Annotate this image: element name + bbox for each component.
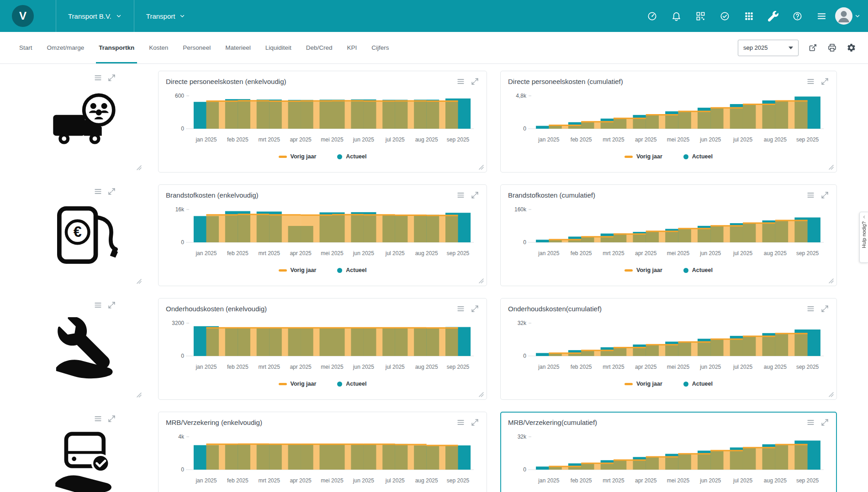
svg-text:mrt 2025: mrt 2025 bbox=[259, 364, 281, 370]
chart-legend: Vorig jaarActueel bbox=[166, 152, 479, 162]
wrench-icon[interactable] bbox=[768, 11, 778, 21]
tab-liquiditeit[interactable]: Liquiditeit bbox=[258, 32, 299, 63]
tab-list: StartOmzet/margeTransportknKostenPersone… bbox=[12, 32, 397, 63]
qr-scan-icon[interactable] bbox=[695, 11, 706, 21]
chart-menu-icon[interactable] bbox=[806, 418, 815, 427]
resize-grip[interactable] bbox=[478, 164, 484, 170]
chart-area: 32000jan 2025feb 2025mrt 2025apr 2025mei… bbox=[166, 316, 479, 375]
legend-item-vorig-jaar[interactable]: Vorig jaar bbox=[279, 153, 317, 160]
svg-text:jul 2025: jul 2025 bbox=[385, 477, 405, 484]
chart-menu-icon[interactable] bbox=[456, 77, 465, 86]
widget-expand-icon[interactable] bbox=[107, 73, 116, 82]
chart-expand-icon[interactable] bbox=[471, 304, 479, 313]
resize-grip[interactable] bbox=[136, 392, 142, 398]
chart-menu-icon[interactable] bbox=[456, 191, 465, 199]
gear-icon[interactable] bbox=[847, 43, 856, 52]
legend-item-vorig-jaar[interactable]: Vorig jaar bbox=[625, 381, 662, 387]
tab-start[interactable]: Start bbox=[12, 32, 40, 63]
chart-card-header: MRB/Verzekering(cumulatief) bbox=[508, 417, 829, 428]
help-tab[interactable]: Hulp nodig? bbox=[859, 212, 868, 263]
legend-item-actueel[interactable]: Actueel bbox=[683, 381, 713, 387]
widget-expand-icon[interactable] bbox=[107, 187, 116, 196]
help-circle-icon[interactable] bbox=[792, 11, 803, 21]
app-logo[interactable]: V bbox=[12, 5, 34, 27]
chart-expand-icon[interactable] bbox=[820, 304, 829, 313]
chart-menu-icon[interactable] bbox=[456, 418, 465, 427]
period-select[interactable]: sep 2025 bbox=[738, 40, 799, 56]
chart-area: 16k0jan 2025feb 2025mrt 2025apr 2025mei … bbox=[166, 202, 479, 262]
chart-menu-icon[interactable] bbox=[806, 304, 815, 313]
avatar bbox=[835, 7, 852, 25]
widget-menu-icon[interactable] bbox=[94, 414, 102, 423]
chart-expand-icon[interactable] bbox=[471, 77, 479, 86]
workspace-dropdown[interactable]: Transport bbox=[134, 0, 198, 32]
tab-materieel[interactable]: Materieel bbox=[218, 32, 258, 63]
chart-actions bbox=[806, 304, 829, 313]
check-circle-icon[interactable] bbox=[720, 11, 730, 21]
widget-menu-icon[interactable] bbox=[94, 187, 102, 196]
legend-item-actueel[interactable]: Actueel bbox=[683, 153, 713, 160]
chart-menu-icon[interactable] bbox=[806, 191, 815, 199]
gauge-icon[interactable] bbox=[647, 11, 657, 21]
legend-item-actueel[interactable]: Actueel bbox=[337, 381, 366, 387]
tab-kpi[interactable]: KPI bbox=[340, 32, 365, 63]
bell-icon[interactable] bbox=[671, 11, 682, 21]
print-icon[interactable] bbox=[827, 43, 837, 52]
export-icon[interactable] bbox=[808, 43, 818, 52]
caret-down-icon bbox=[789, 47, 793, 49]
widget-expand-icon[interactable] bbox=[107, 301, 116, 309]
resize-grip[interactable] bbox=[136, 165, 142, 170]
chart-menu-icon[interactable] bbox=[456, 304, 465, 313]
legend-item-vorig-jaar[interactable]: Vorig jaar bbox=[279, 267, 317, 273]
tab-cijfers[interactable]: Cijfers bbox=[364, 32, 396, 63]
chart-card-mrb-verzekering-enkelvoudig: MRB/Verzekering (enkelvoudig)4k0jan 2025… bbox=[158, 412, 487, 492]
svg-text:feb 2025: feb 2025 bbox=[227, 364, 249, 370]
resize-grip[interactable] bbox=[828, 164, 834, 170]
legend-item-actueel[interactable]: Actueel bbox=[683, 267, 713, 273]
chart-expand-icon[interactable] bbox=[820, 191, 829, 199]
legend-item-vorig-jaar[interactable]: Vorig jaar bbox=[625, 153, 662, 160]
chart-expand-icon[interactable] bbox=[820, 77, 829, 86]
tab-omzet-marge[interactable]: Omzet/marge bbox=[40, 32, 92, 63]
chart-expand-icon[interactable] bbox=[471, 191, 479, 199]
widget-menu-icon[interactable] bbox=[94, 73, 102, 82]
actueel-marker bbox=[683, 268, 688, 273]
tab-personeel[interactable]: Personeel bbox=[175, 32, 218, 63]
chart-expand-icon[interactable] bbox=[471, 418, 479, 427]
tab-deb-cred[interactable]: Deb/Cred bbox=[299, 32, 340, 63]
resize-grip[interactable] bbox=[478, 392, 484, 397]
svg-text:0: 0 bbox=[181, 126, 184, 132]
chart-card-header: Onderhoudskosten (enkelvoudig) bbox=[166, 303, 479, 314]
legend-item-actueel[interactable]: Actueel bbox=[337, 153, 366, 160]
widget-menu-icon[interactable] bbox=[94, 301, 102, 309]
legend-item-vorig-jaar[interactable]: Vorig jaar bbox=[625, 267, 662, 273]
menu-icon[interactable] bbox=[816, 11, 827, 21]
legend-item-vorig-jaar[interactable]: Vorig jaar bbox=[279, 381, 317, 387]
resize-grip[interactable] bbox=[136, 278, 142, 284]
widget-expand-icon[interactable] bbox=[107, 414, 116, 423]
tab-transportkn[interactable]: Transportkn bbox=[91, 32, 142, 63]
resize-grip[interactable] bbox=[478, 278, 484, 283]
svg-text:aug 2025: aug 2025 bbox=[764, 364, 787, 370]
company-dropdown[interactable]: Transport B.V. bbox=[56, 0, 134, 32]
resize-grip[interactable] bbox=[828, 392, 834, 397]
svg-text:0: 0 bbox=[523, 353, 526, 359]
legend-item-actueel[interactable]: Actueel bbox=[337, 267, 366, 273]
svg-text:feb 2025: feb 2025 bbox=[571, 477, 592, 484]
chart-menu-icon[interactable] bbox=[806, 77, 815, 86]
chart-canvas: 4k0jan 2025feb 2025mrt 2025apr 2025mei 2… bbox=[166, 429, 479, 489]
chart-title: Directe personeelskosten (enkelvoudig) bbox=[166, 78, 286, 85]
svg-text:mei 2025: mei 2025 bbox=[667, 250, 690, 256]
svg-text:mei 2025: mei 2025 bbox=[667, 364, 690, 370]
svg-text:mei 2025: mei 2025 bbox=[321, 364, 344, 370]
chart-actions bbox=[456, 418, 479, 427]
svg-text:sep 2025: sep 2025 bbox=[796, 136, 819, 143]
svg-text:apr 2025: apr 2025 bbox=[290, 364, 312, 370]
chart-expand-icon[interactable] bbox=[820, 418, 829, 427]
tab-kosten[interactable]: Kosten bbox=[142, 32, 175, 63]
svg-text:feb 2025: feb 2025 bbox=[227, 250, 249, 256]
resize-grip[interactable] bbox=[828, 278, 834, 283]
user-menu[interactable] bbox=[835, 7, 868, 25]
chart-area: 4k0jan 2025feb 2025mrt 2025apr 2025mei 2… bbox=[166, 429, 479, 489]
apps-grid-icon[interactable] bbox=[744, 11, 754, 21]
